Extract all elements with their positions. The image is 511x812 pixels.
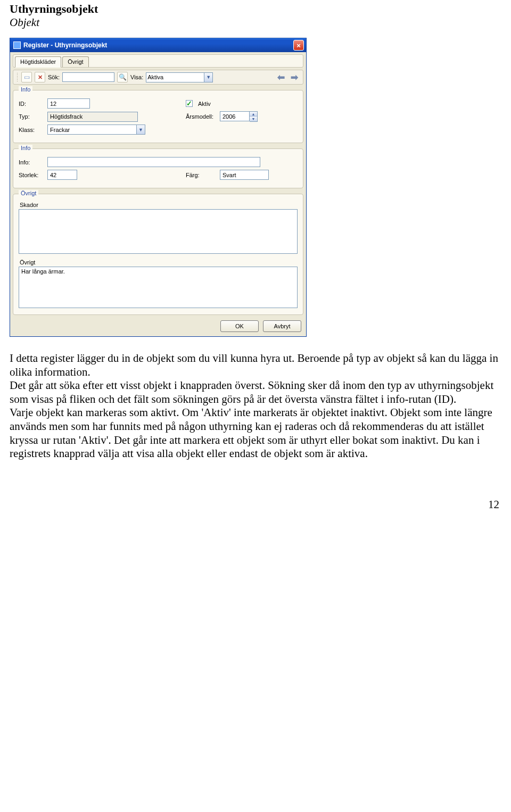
prev-button[interactable]: ⬅ <box>276 72 286 82</box>
search-input[interactable] <box>62 72 114 82</box>
doc-subheading: Objekt <box>10 16 501 29</box>
toolbar-grip <box>17 72 19 82</box>
farg-field[interactable] <box>220 170 269 180</box>
groupbox-ovrigt-title: Övrigt <box>19 190 38 196</box>
search-button[interactable]: 🔍 <box>117 72 128 82</box>
groupbox-info-1-title: Info <box>19 86 32 93</box>
tab-strip: Högtidskläder Övrigt <box>13 54 303 68</box>
delete-button[interactable]: ✕ <box>35 72 45 82</box>
skador-textarea[interactable] <box>19 209 298 254</box>
next-button[interactable]: ➡ <box>289 72 300 82</box>
tab-ovrigt[interactable]: Övrigt <box>62 56 88 67</box>
arsmodell-down[interactable]: ▼ <box>250 117 257 121</box>
ok-button[interactable]: OK <box>220 320 259 332</box>
caret-down-icon: ▼ <box>252 117 256 121</box>
klass-field[interactable] <box>47 125 137 135</box>
chevron-down-icon: ▼ <box>206 74 211 80</box>
delete-icon: ✕ <box>38 74 43 81</box>
body-text: I detta register lägger du in de objekt … <box>10 352 501 461</box>
avbryt-button[interactable]: Avbryt <box>263 320 301 332</box>
arsmodell-label: Årsmodell: <box>186 113 217 120</box>
typ-label: Typ: <box>19 113 44 120</box>
toolbar: ▭ ✕ Sök: 🔍 Visa: ▼ <box>13 70 303 85</box>
ovrigt-textarea[interactable] <box>19 267 298 308</box>
visa-dropdown-button[interactable]: ▼ <box>204 72 213 82</box>
groupbox-info-1: Info ID: ✓ Aktiv Typ: Årsmodell: <box>13 90 303 143</box>
search-icon: 🔍 <box>119 73 127 81</box>
id-field[interactable] <box>47 98 90 109</box>
close-button[interactable]: × <box>293 40 304 51</box>
caret-up-icon: ▲ <box>252 112 256 116</box>
sok-label: Sök: <box>48 74 60 80</box>
visa-label: Visa: <box>130 74 143 80</box>
tab-hogtidsklader[interactable]: Högtidskläder <box>15 56 61 68</box>
ovrigt-label: Övrigt <box>20 259 298 266</box>
arsmodell-field[interactable] <box>220 111 250 121</box>
dialog-buttons: OK Avbryt <box>13 320 303 332</box>
window-title: Register - Uthyrningsobjekt <box>23 42 107 49</box>
farg-label: Färg: <box>186 172 217 178</box>
klass-dropdown-button[interactable]: ▼ <box>137 125 145 135</box>
groupbox-info-2: Info Info: Storlek: Färg: <box>13 148 303 188</box>
new-button[interactable]: ▭ <box>21 72 32 82</box>
groupbox-ovrigt: Övrigt Skador Övrigt <box>13 194 303 315</box>
klass-label: Klass: <box>19 127 44 133</box>
page-number: 12 <box>10 498 501 511</box>
chevron-down-icon: ▼ <box>138 127 143 132</box>
visa-select[interactable] <box>146 72 204 82</box>
aktiv-checkbox[interactable]: ✓ <box>186 100 193 107</box>
info-label: Info: <box>19 159 44 165</box>
id-label: ID: <box>19 101 44 107</box>
titlebar: Register - Uthyrningsobjekt × <box>10 38 306 52</box>
register-window: Register - Uthyrningsobjekt × Högtidsklä… <box>10 38 307 337</box>
typ-field[interactable] <box>47 112 138 122</box>
app-icon <box>13 42 21 49</box>
arrow-left-icon: ⬅ <box>277 72 285 83</box>
groupbox-info-2-title: Info <box>19 145 32 151</box>
storlek-label: Storlek: <box>19 172 44 178</box>
close-icon: × <box>296 42 301 49</box>
new-icon: ▭ <box>24 73 30 81</box>
aktiv-label: Aktiv <box>198 101 211 107</box>
storlek-field[interactable] <box>47 170 77 180</box>
arsmodell-up[interactable]: ▲ <box>250 112 257 117</box>
doc-heading: Uthyrningsobjekt <box>10 2 501 16</box>
arrow-right-icon: ➡ <box>291 72 298 83</box>
info-field[interactable] <box>47 157 260 167</box>
skador-label: Skador <box>20 202 298 208</box>
